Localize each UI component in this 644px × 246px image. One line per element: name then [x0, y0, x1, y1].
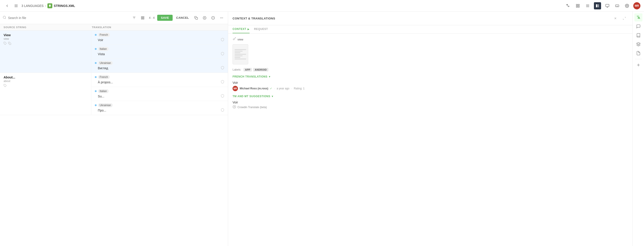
spellcheck-icon-italian-about[interactable]: [221, 94, 224, 99]
screenshot-line: [234, 55, 242, 56]
french-translations-section-header[interactable]: FRENCH TRANSLATIONS ▼: [232, 75, 628, 78]
save-button[interactable]: SAVE: [157, 15, 172, 21]
file-icon: [48, 3, 52, 8]
translation-item-ukrainian-view[interactable]: Ukrainian Вигляд: [91, 59, 228, 73]
lang-badge-row-french-about: French: [95, 75, 224, 79]
list-view-button[interactable]: [584, 2, 591, 9]
close-panel-button[interactable]: [612, 15, 619, 22]
spellcheck-icon-ukrainian-about[interactable]: [221, 108, 224, 113]
top-bar-left: 3 LANGUAGES › STRINGS.XML: [4, 2, 562, 9]
labels-prefix: Labels:: [232, 68, 241, 71]
french-translations-arrow: ▼: [268, 75, 271, 78]
right-panel-title: CONTEXT & TRANSLATIONS: [232, 17, 275, 20]
table-row[interactable]: About... about: [0, 73, 228, 115]
expand-panel-button[interactable]: [621, 15, 628, 22]
translation-item-french-about[interactable]: French À propos...: [91, 73, 228, 87]
back-button[interactable]: [4, 2, 11, 9]
svg-rect-3: [576, 4, 577, 5]
lang-badge-italian: Italian: [98, 47, 109, 51]
spellcheck-icon-french-about[interactable]: [221, 80, 224, 84]
breadcrumb-separator: ›: [45, 4, 46, 8]
sidebar-add-button[interactable]: [634, 61, 642, 69]
source-icons-view: [4, 42, 88, 46]
copy-button[interactable]: [192, 14, 200, 21]
tag-icon[interactable]: [4, 42, 7, 46]
keyboard-button[interactable]: [614, 2, 621, 9]
spellcheck-icon-french-view[interactable]: [221, 38, 224, 42]
left-panel: 4 · 4 SAVE CANCEL: [0, 12, 228, 246]
screenshot-line: [234, 52, 240, 53]
translation-text-italian-about: Su...: [95, 94, 104, 98]
suggestion-author: Michael Ross (m.ross): [240, 87, 268, 90]
sidebar-comments-button[interactable]: [634, 22, 642, 30]
lang-badge-row-italian-about: Italian: [95, 89, 224, 93]
add-button[interactable]: [201, 14, 208, 21]
tm-section-label: TM AND MT SUGGESTIONS: [232, 95, 270, 98]
sidebar-file-button[interactable]: [634, 49, 642, 57]
sidebar-layers-button[interactable]: [634, 40, 642, 48]
translation-text-row-italian-about: Su...: [95, 94, 224, 99]
svg-point-43: [233, 39, 234, 40]
panel-view-button[interactable]: [594, 2, 601, 9]
svg-point-35: [220, 17, 221, 18]
label-badge-android: ANDROID: [253, 68, 268, 71]
suggestion-rating: Rating: 1: [294, 87, 304, 90]
lang-badge-italian-about: Italian: [98, 89, 109, 93]
lang-badge-row-french: French: [95, 33, 224, 37]
grid-view-button[interactable]: [574, 2, 582, 9]
lang-dot-french: [95, 34, 96, 36]
screenshot-lines: [233, 47, 248, 61]
more-button[interactable]: [218, 14, 225, 21]
translation-item-italian-about[interactable]: Italian Su...: [91, 87, 228, 101]
svg-line-44: [234, 37, 236, 39]
toolbar-actions: 4 · 4 SAVE CANCEL: [130, 14, 225, 21]
menu-button[interactable]: [12, 2, 20, 9]
minus-button[interactable]: [210, 14, 217, 21]
lang-dot-italian: [95, 48, 96, 50]
label-badge-app: APP: [244, 68, 252, 71]
translation-item-italian-view[interactable]: Italian Vista: [91, 45, 228, 59]
count-badge: 4 · 4: [148, 16, 156, 19]
lang-badge-french-about: French: [98, 75, 110, 79]
dot-separator-2: ·: [291, 87, 292, 90]
tag-icon-about[interactable]: [4, 84, 7, 88]
crowdin-icon: [232, 105, 236, 109]
translation-item-french-view[interactable]: French Voir: [91, 31, 228, 45]
translate-view-button[interactable]: [564, 2, 572, 9]
grid-toggle-button[interactable]: [139, 14, 146, 21]
table-row[interactable]: View view: [0, 31, 228, 73]
source-key-view: view: [4, 37, 88, 40]
suggestion-time: a year ago: [276, 87, 289, 90]
svg-rect-6: [578, 6, 580, 7]
avatar[interactable]: MR: [633, 2, 640, 9]
translation-item-ukrainian-about[interactable]: Ukrainian Про...: [91, 101, 228, 115]
svg-point-36: [222, 17, 222, 18]
file-name-label: STRINGS.XML: [54, 4, 75, 7]
translation-text-row-french: Voir: [95, 38, 224, 42]
svg-rect-26: [143, 16, 144, 18]
sidebar-glossary-button[interactable]: [634, 31, 642, 39]
svg-rect-12: [606, 4, 609, 7]
right-panel: CONTEXT & TRANSLATIONS CONTE: [228, 12, 632, 246]
spellcheck-icon-ukrainian-view[interactable]: [221, 66, 224, 70]
filter-button[interactable]: [130, 14, 138, 21]
main-layout: 4 · 4 SAVE CANCEL: [0, 12, 644, 246]
settings-button[interactable]: [624, 2, 630, 9]
suggestion-meta: MR Michael Ross (m.ross) ✓ · a year ago …: [232, 86, 628, 91]
search-input[interactable]: [8, 16, 129, 20]
lang-badge-row-italian: Italian: [95, 47, 224, 51]
sidebar-translate-button[interactable]: [634, 13, 642, 21]
search-input-wrap: [3, 16, 129, 20]
cancel-button[interactable]: CANCEL: [174, 15, 191, 21]
tm-section-header[interactable]: TM AND MT SUGGESTIONS ▼: [232, 95, 628, 98]
tab-request[interactable]: REQUEST: [254, 25, 268, 33]
tab-context[interactable]: CONTEXT ▶: [232, 25, 250, 33]
svg-rect-25: [141, 16, 142, 18]
lang-dot-french-about: [95, 76, 96, 78]
file-name: STRINGS.XML: [48, 3, 75, 8]
copy-source-icon[interactable]: [8, 42, 11, 46]
breadcrumb: 3 LANGUAGES › STRINGS.XML: [22, 3, 75, 8]
spellcheck-icon-italian-view[interactable]: [221, 52, 224, 56]
translations-cell-about: French À propos...: [91, 73, 228, 115]
video-button[interactable]: [604, 2, 611, 9]
